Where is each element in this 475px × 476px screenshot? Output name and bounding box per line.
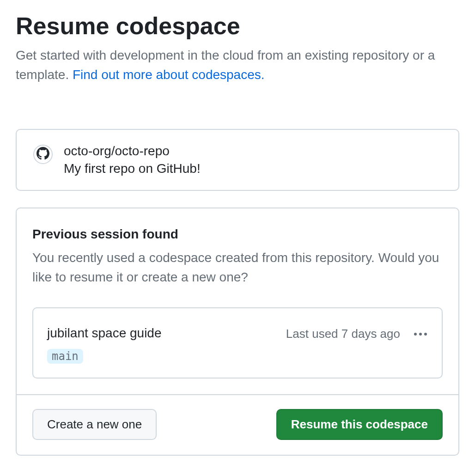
last-used-label: Last used 7 days ago [286, 327, 400, 341]
repository-card: octo-org/octo-repo My first repo on GitH… [16, 129, 459, 191]
codespace-meta: Last used 7 days ago [286, 327, 428, 341]
previous-session-card: Previous session found You recently used… [16, 207, 459, 456]
session-body: Previous session found You recently used… [17, 208, 458, 394]
repository-full-name: octo-org/octo-repo [64, 144, 201, 159]
resume-codespace-button[interactable]: Resume this codespace [276, 409, 443, 440]
learn-more-link[interactable]: Find out more about codespaces. [73, 67, 265, 82]
codespace-name: jubilant space guide [47, 326, 162, 341]
session-heading: Previous session found [32, 227, 443, 242]
codespace-details: jubilant space guide main [47, 326, 162, 364]
session-description: You recently used a codespace created fr… [32, 248, 443, 287]
page-subtitle: Get started with development in the clou… [16, 46, 459, 85]
repository-info: octo-org/octo-repo My first repo on GitH… [64, 144, 201, 176]
codespace-menu-button[interactable] [413, 330, 428, 338]
octocat-icon [37, 147, 49, 162]
create-new-button[interactable]: Create a new one [32, 409, 157, 440]
kebab-icon [414, 333, 427, 336]
repository-description: My first repo on GitHub! [64, 161, 201, 176]
org-avatar [33, 145, 53, 164]
page-title: Resume codespace [16, 11, 459, 41]
codespace-item[interactable]: jubilant space guide main Last used 7 da… [32, 307, 443, 378]
branch-chip: main [47, 349, 83, 364]
session-footer: Create a new one Resume this codespace [17, 394, 458, 455]
